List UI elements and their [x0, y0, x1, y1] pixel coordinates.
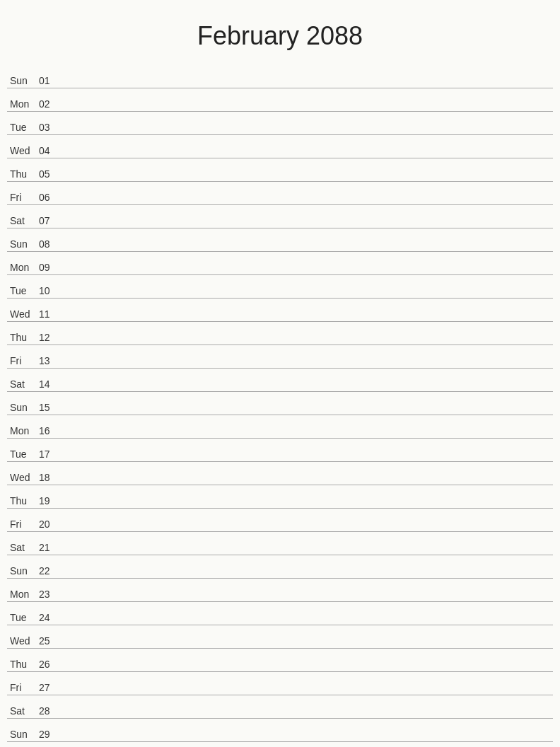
day-name: Mon [7, 98, 39, 110]
day-number: 26 [39, 659, 60, 670]
day-name: Fri [7, 192, 39, 203]
calendar-row: Mon23 [7, 579, 553, 602]
calendar-row: Fri27 [7, 672, 553, 695]
day-line [60, 657, 553, 670]
day-name: Wed [7, 145, 39, 156]
day-number: 28 [39, 705, 60, 717]
day-line [60, 354, 553, 366]
calendar-row: Mon09 [7, 252, 553, 275]
day-number: 25 [39, 635, 60, 647]
calendar-row: Mon16 [7, 415, 553, 439]
day-line [60, 190, 553, 203]
page-title: February 2088 [7, 14, 553, 51]
day-name: Sat [7, 378, 39, 390]
day-line [60, 330, 553, 343]
calendar-row: Sat07 [7, 205, 553, 228]
day-line [60, 587, 553, 600]
day-name: Tue [7, 448, 39, 460]
day-number: 06 [39, 192, 60, 203]
calendar-row: Thu26 [7, 649, 553, 672]
day-number: 23 [39, 589, 60, 600]
day-line [60, 120, 553, 133]
day-number: 16 [39, 425, 60, 436]
day-line [60, 144, 553, 156]
day-name: Wed [7, 472, 39, 483]
day-number: 24 [39, 612, 60, 623]
day-name: Tue [7, 285, 39, 296]
day-number: 07 [39, 215, 60, 226]
day-name: Sat [7, 705, 39, 717]
day-name: Sun [7, 75, 39, 86]
calendar-row: Sat21 [7, 532, 553, 555]
day-name: Sun [7, 402, 39, 413]
calendar-row: Sun01 [7, 65, 553, 88]
calendar-row: Sun22 [7, 555, 553, 579]
day-line [60, 470, 553, 483]
day-line [60, 727, 553, 740]
day-number: 14 [39, 378, 60, 390]
calendar-row: Thu12 [7, 322, 553, 345]
day-line [60, 494, 553, 506]
day-name: Fri [7, 682, 39, 693]
day-name: Thu [7, 332, 39, 343]
day-name: Tue [7, 612, 39, 623]
day-line [60, 447, 553, 460]
day-number: 10 [39, 285, 60, 296]
day-line [60, 214, 553, 226]
day-number: 05 [39, 168, 60, 180]
day-name: Thu [7, 495, 39, 506]
day-line [60, 284, 553, 296]
day-name: Tue [7, 122, 39, 133]
calendar-row: Wed04 [7, 135, 553, 158]
day-number: 18 [39, 472, 60, 483]
calendar-row: Wed18 [7, 462, 553, 485]
day-number: 11 [39, 308, 60, 320]
day-line [60, 237, 553, 250]
calendar-row: Fri20 [7, 509, 553, 532]
calendar-row: Tue17 [7, 439, 553, 462]
day-number: 01 [39, 75, 60, 86]
day-line [60, 610, 553, 623]
day-name: Sun [7, 238, 39, 250]
day-number: 19 [39, 495, 60, 506]
calendar-row: Wed11 [7, 299, 553, 322]
day-name: Mon [7, 589, 39, 600]
day-line [60, 564, 553, 577]
day-name: Wed [7, 635, 39, 647]
day-line [60, 540, 553, 553]
day-number: 20 [39, 519, 60, 530]
day-name: Sat [7, 215, 39, 226]
calendar-row: Tue03 [7, 112, 553, 135]
day-name: Fri [7, 519, 39, 530]
day-name: Sat [7, 542, 39, 553]
day-line [60, 704, 553, 717]
day-name: Mon [7, 262, 39, 273]
calendar-row: Sun15 [7, 392, 553, 415]
calendar-row: Fri06 [7, 182, 553, 205]
day-line [60, 97, 553, 110]
day-name: Fri [7, 355, 39, 366]
calendar-row: Thu05 [7, 158, 553, 182]
day-name: Sun [7, 565, 39, 577]
day-line [60, 424, 553, 436]
calendar-row: Thu19 [7, 485, 553, 509]
day-line [60, 307, 553, 320]
day-name: Mon [7, 425, 39, 436]
day-line [60, 167, 553, 180]
calendar-row: Mon02 [7, 88, 553, 112]
day-number: 22 [39, 565, 60, 577]
calendar-row: Sat28 [7, 695, 553, 719]
day-name: Thu [7, 659, 39, 670]
day-line [60, 634, 553, 647]
day-line [60, 517, 553, 530]
day-name: Sun [7, 729, 39, 740]
day-number: 21 [39, 542, 60, 553]
day-number: 13 [39, 355, 60, 366]
calendar-row: Wed25 [7, 625, 553, 649]
day-line [60, 260, 553, 273]
calendar-row: Tue10 [7, 275, 553, 299]
day-number: 03 [39, 122, 60, 133]
day-line [60, 377, 553, 390]
day-number: 17 [39, 448, 60, 460]
day-line [60, 681, 553, 693]
